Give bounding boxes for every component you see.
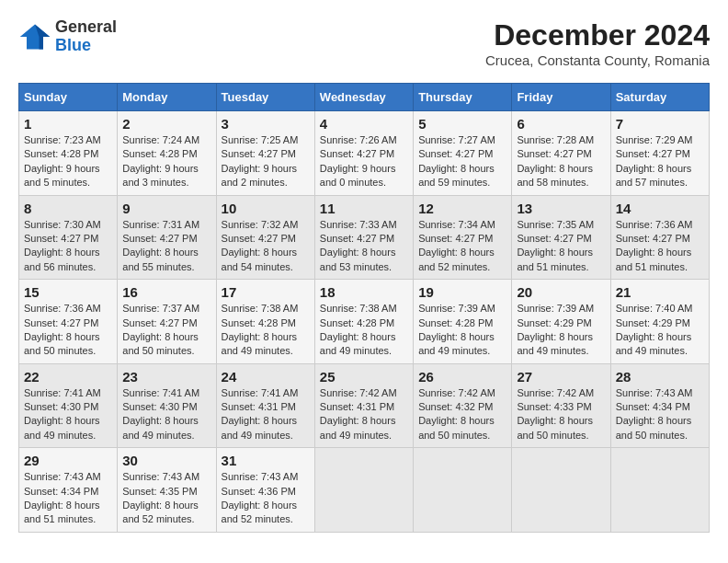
day-number: 5 — [418, 116, 506, 132]
calendar-cell: 3Sunrise: 7:25 AMSunset: 4:27 PMDaylight… — [216, 111, 314, 196]
day-info: Sunrise: 7:30 AMSunset: 4:27 PMDaylight:… — [24, 218, 112, 275]
day-number: 15 — [24, 284, 112, 300]
calendar-cell: 8Sunrise: 7:30 AMSunset: 4:27 PMDaylight… — [19, 195, 118, 280]
day-info: Sunrise: 7:36 AMSunset: 4:27 PMDaylight:… — [616, 218, 704, 275]
day-number: 19 — [418, 284, 506, 300]
day-info: Sunrise: 7:43 AMSunset: 4:34 PMDaylight:… — [616, 386, 704, 443]
header-sunday: Sunday — [19, 84, 118, 111]
calendar-cell: 6Sunrise: 7:28 AMSunset: 4:27 PMDaylight… — [512, 111, 610, 196]
day-number: 2 — [122, 116, 210, 132]
day-info: Sunrise: 7:35 AMSunset: 4:27 PMDaylight:… — [517, 218, 605, 275]
day-info: Sunrise: 7:33 AMSunset: 4:27 PMDaylight:… — [320, 218, 408, 275]
calendar-cell: 26Sunrise: 7:42 AMSunset: 4:32 PMDayligh… — [414, 363, 512, 448]
day-number: 26 — [418, 369, 506, 385]
day-info: Sunrise: 7:41 AMSunset: 4:30 PMDaylight:… — [24, 386, 112, 443]
calendar-week-5: 29Sunrise: 7:43 AMSunset: 4:34 PMDayligh… — [19, 448, 710, 533]
day-number: 8 — [24, 201, 112, 216]
calendar-week-3: 15Sunrise: 7:36 AMSunset: 4:27 PMDayligh… — [19, 280, 710, 364]
day-info: Sunrise: 7:42 AMSunset: 4:31 PMDaylight:… — [320, 386, 408, 443]
calendar-cell: 14Sunrise: 7:36 AMSunset: 4:27 PMDayligh… — [610, 195, 709, 280]
day-number: 13 — [517, 201, 605, 216]
day-number: 7 — [616, 116, 704, 132]
calendar-cell — [610, 448, 709, 533]
day-info: Sunrise: 7:39 AMSunset: 4:28 PMDaylight:… — [418, 302, 506, 359]
calendar-cell: 24Sunrise: 7:41 AMSunset: 4:31 PMDayligh… — [216, 363, 314, 448]
day-number: 25 — [320, 369, 408, 385]
day-info: Sunrise: 7:37 AMSunset: 4:27 PMDaylight:… — [122, 302, 210, 359]
page-title: December 2024 — [485, 18, 710, 52]
day-number: 3 — [222, 116, 310, 132]
day-number: 24 — [222, 369, 310, 385]
calendar-cell: 10Sunrise: 7:32 AMSunset: 4:27 PMDayligh… — [216, 195, 314, 280]
calendar-week-1: 1Sunrise: 7:23 AMSunset: 4:28 PMDaylight… — [19, 111, 710, 196]
calendar-cell: 2Sunrise: 7:24 AMSunset: 4:28 PMDaylight… — [118, 111, 216, 196]
calendar-cell: 15Sunrise: 7:36 AMSunset: 4:27 PMDayligh… — [19, 280, 118, 364]
calendar-cell: 18Sunrise: 7:38 AMSunset: 4:28 PMDayligh… — [314, 280, 413, 364]
day-info: Sunrise: 7:29 AMSunset: 4:27 PMDaylight:… — [616, 133, 704, 190]
header-friday: Friday — [512, 84, 610, 111]
day-info: Sunrise: 7:43 AMSunset: 4:34 PMDaylight:… — [24, 470, 112, 527]
day-info: Sunrise: 7:42 AMSunset: 4:33 PMDaylight:… — [517, 386, 605, 443]
day-number: 30 — [122, 453, 210, 468]
calendar-cell: 12Sunrise: 7:34 AMSunset: 4:27 PMDayligh… — [414, 195, 512, 280]
day-info: Sunrise: 7:26 AMSunset: 4:27 PMDaylight:… — [320, 133, 408, 190]
day-number: 17 — [222, 284, 310, 300]
calendar-cell: 27Sunrise: 7:42 AMSunset: 4:33 PMDayligh… — [512, 363, 610, 448]
calendar-cell: 30Sunrise: 7:43 AMSunset: 4:35 PMDayligh… — [118, 448, 216, 533]
calendar-cell: 31Sunrise: 7:43 AMSunset: 4:36 PMDayligh… — [216, 448, 314, 533]
calendar-cell — [512, 448, 610, 533]
day-number: 22 — [24, 369, 112, 385]
calendar-cell: 25Sunrise: 7:42 AMSunset: 4:31 PMDayligh… — [314, 363, 413, 448]
day-number: 18 — [320, 284, 408, 300]
header-tuesday: Tuesday — [216, 84, 314, 111]
day-info: Sunrise: 7:42 AMSunset: 4:32 PMDaylight:… — [418, 386, 506, 443]
day-info: Sunrise: 7:38 AMSunset: 4:28 PMDaylight:… — [222, 302, 310, 359]
calendar-cell — [314, 448, 413, 533]
header-thursday: Thursday — [414, 84, 512, 111]
logo: General Blue — [18, 18, 117, 55]
header-saturday: Saturday — [610, 84, 709, 111]
day-number: 20 — [517, 284, 605, 300]
calendar-cell: 28Sunrise: 7:43 AMSunset: 4:34 PMDayligh… — [610, 363, 709, 448]
day-info: Sunrise: 7:23 AMSunset: 4:28 PMDaylight:… — [24, 133, 112, 190]
day-number: 28 — [616, 369, 704, 385]
day-info: Sunrise: 7:25 AMSunset: 4:27 PMDaylight:… — [222, 133, 310, 190]
calendar-cell: 20Sunrise: 7:39 AMSunset: 4:29 PMDayligh… — [512, 280, 610, 364]
calendar-header-row: SundayMondayTuesdayWednesdayThursdayFrid… — [19, 84, 710, 111]
calendar-week-4: 22Sunrise: 7:41 AMSunset: 4:30 PMDayligh… — [19, 363, 710, 448]
calendar-cell: 9Sunrise: 7:31 AMSunset: 4:27 PMDaylight… — [118, 195, 216, 280]
day-number: 10 — [222, 201, 310, 216]
calendar-cell: 29Sunrise: 7:43 AMSunset: 4:34 PMDayligh… — [19, 448, 118, 533]
day-number: 27 — [517, 369, 605, 385]
day-number: 12 — [418, 201, 506, 216]
day-info: Sunrise: 7:24 AMSunset: 4:28 PMDaylight:… — [122, 133, 210, 190]
day-info: Sunrise: 7:41 AMSunset: 4:30 PMDaylight:… — [122, 386, 210, 443]
calendar-cell: 7Sunrise: 7:29 AMSunset: 4:27 PMDaylight… — [610, 111, 709, 196]
title-block: December 2024 Crucea, Constanta County, … — [485, 18, 710, 68]
day-info: Sunrise: 7:32 AMSunset: 4:27 PMDaylight:… — [222, 218, 310, 275]
calendar-cell: 5Sunrise: 7:27 AMSunset: 4:27 PMDaylight… — [414, 111, 512, 196]
day-number: 23 — [122, 369, 210, 385]
header-wednesday: Wednesday — [314, 84, 413, 111]
day-number: 6 — [517, 116, 605, 132]
logo-text: General Blue — [55, 18, 117, 55]
day-info: Sunrise: 7:41 AMSunset: 4:31 PMDaylight:… — [222, 386, 310, 443]
calendar-cell: 22Sunrise: 7:41 AMSunset: 4:30 PMDayligh… — [19, 363, 118, 448]
header-monday: Monday — [118, 84, 216, 111]
calendar-cell: 19Sunrise: 7:39 AMSunset: 4:28 PMDayligh… — [414, 280, 512, 364]
calendar-cell: 11Sunrise: 7:33 AMSunset: 4:27 PMDayligh… — [314, 195, 413, 280]
page-header: General Blue December 2024 Crucea, Const… — [18, 18, 710, 68]
day-number: 4 — [320, 116, 408, 132]
calendar-cell: 21Sunrise: 7:40 AMSunset: 4:29 PMDayligh… — [610, 280, 709, 364]
logo-icon — [18, 20, 51, 53]
calendar-cell: 1Sunrise: 7:23 AMSunset: 4:28 PMDaylight… — [19, 111, 118, 196]
day-info: Sunrise: 7:27 AMSunset: 4:27 PMDaylight:… — [418, 133, 506, 190]
day-number: 29 — [24, 453, 112, 468]
day-number: 11 — [320, 201, 408, 216]
day-number: 16 — [122, 284, 210, 300]
calendar-cell: 4Sunrise: 7:26 AMSunset: 4:27 PMDaylight… — [314, 111, 413, 196]
day-info: Sunrise: 7:36 AMSunset: 4:27 PMDaylight:… — [24, 302, 112, 359]
day-info: Sunrise: 7:34 AMSunset: 4:27 PMDaylight:… — [418, 218, 506, 275]
day-number: 31 — [222, 453, 310, 468]
calendar-table: SundayMondayTuesdayWednesdayThursdayFrid… — [18, 83, 710, 533]
